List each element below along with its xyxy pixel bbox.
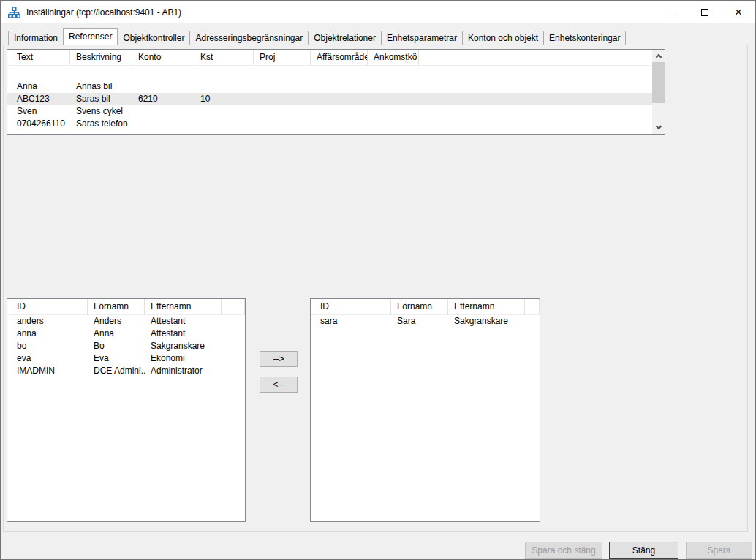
window-controls: × bbox=[654, 1, 755, 23]
available-recipients-list: ID Förnamn Efternamn anders Anders Attes… bbox=[7, 298, 246, 522]
org-chart-icon bbox=[8, 7, 20, 18]
scrollbar-thumb[interactable] bbox=[652, 62, 665, 103]
table-row[interactable]: Sven Svens cykel bbox=[7, 105, 652, 118]
window-title: Inställningar (tcp://localhost:9401 - AB… bbox=[26, 7, 181, 18]
cell-konto bbox=[132, 118, 194, 130]
scrollbar-up-button[interactable] bbox=[652, 50, 665, 62]
chevron-down-icon bbox=[655, 124, 661, 129]
table-row[interactable]: Anna Annas bil bbox=[7, 80, 652, 93]
column-header-id[interactable]: ID bbox=[311, 299, 391, 314]
list-item[interactable]: sara Sara Sakgranskare bbox=[311, 315, 540, 328]
cell-proj bbox=[254, 80, 311, 93]
cell-kst: 10 bbox=[194, 93, 254, 105]
maximize-icon bbox=[701, 9, 708, 16]
save-button[interactable]: Spara bbox=[686, 542, 752, 559]
tab-enhetsparametrar[interactable]: Enhetsparametrar bbox=[381, 31, 463, 45]
column-header-ankomstko[interactable]: Ankomstkö bbox=[368, 50, 419, 65]
table-row[interactable]: 0704266110 Saras telefon bbox=[7, 118, 652, 130]
cell-ankomstko bbox=[368, 80, 419, 93]
list-item[interactable]: anna Anna Attestant bbox=[7, 328, 245, 340]
cell-id: anna bbox=[7, 328, 88, 340]
list-item[interactable]: IMADMIN DCE Admini... Administrator bbox=[7, 365, 245, 377]
table-row-selected[interactable]: ABC123 Saras bil 6210 10 bbox=[7, 93, 652, 105]
maximize-button[interactable] bbox=[688, 1, 722, 23]
column-header-efternamn[interactable]: Efternamn bbox=[448, 299, 525, 314]
close-icon: × bbox=[735, 6, 742, 18]
tab-konton-och-objekt[interactable]: Konton och objekt bbox=[462, 31, 544, 45]
cell-konto bbox=[132, 80, 194, 93]
selected-list-header: ID Förnamn Efternamn bbox=[311, 299, 540, 315]
table-spacer bbox=[7, 66, 665, 80]
list-item[interactable]: eva Eva Ekonomi bbox=[7, 352, 245, 365]
move-left-button[interactable]: <-- bbox=[260, 377, 298, 393]
cell-efternamn: Ekonomi bbox=[145, 352, 222, 365]
cell-affarsomrade bbox=[311, 93, 368, 105]
save-and-close-button[interactable]: Spara och stäng bbox=[525, 542, 602, 559]
selected-recipients-list: ID Förnamn Efternamn sara Sara Sakgransk… bbox=[310, 298, 540, 522]
column-header-kst[interactable]: Kst bbox=[194, 50, 254, 65]
column-header-konto[interactable]: Konto bbox=[132, 50, 194, 65]
cell-proj bbox=[254, 105, 311, 118]
cell-fornamn: Anders bbox=[88, 315, 145, 328]
column-header-affarsomrade[interactable]: Affärsområde bbox=[311, 50, 368, 65]
cell-efternamn: Administrator bbox=[145, 365, 222, 377]
cell-kst bbox=[194, 80, 254, 93]
column-header-filler bbox=[222, 299, 245, 314]
cell-affarsomrade bbox=[311, 118, 368, 130]
tab-adresseringsbegransningar[interactable]: Adresseringsbegränsningar bbox=[189, 31, 309, 45]
cell-ankomstko bbox=[368, 105, 419, 118]
tab-referenser[interactable]: Referenser bbox=[63, 28, 118, 45]
close-window-button[interactable]: Stäng bbox=[609, 542, 678, 559]
column-header-beskrivning[interactable]: Beskrivning bbox=[70, 50, 132, 65]
cell-text: ABC123 bbox=[7, 93, 70, 105]
cell-efternamn: Attestant bbox=[145, 328, 222, 340]
minimize-button[interactable] bbox=[654, 1, 688, 23]
cell-efternamn: Attestant bbox=[145, 315, 222, 328]
cell-proj bbox=[254, 118, 311, 130]
cell-proj bbox=[254, 93, 311, 105]
table-scrollbar[interactable] bbox=[652, 50, 665, 134]
cell-fornamn: Eva bbox=[88, 352, 145, 365]
cell-efternamn: Sakgranskare bbox=[145, 340, 222, 352]
cell-text: Sven bbox=[7, 105, 70, 118]
cell-id: anders bbox=[7, 315, 88, 328]
cell-efternamn: Sakgranskare bbox=[448, 315, 525, 328]
cell-beskrivning: Saras bil bbox=[70, 93, 132, 105]
column-header-proj[interactable]: Proj bbox=[254, 50, 311, 65]
column-header-efternamn[interactable]: Efternamn bbox=[145, 299, 222, 314]
list-item[interactable]: bo Bo Sakgranskare bbox=[7, 340, 245, 352]
close-button[interactable]: × bbox=[722, 1, 755, 23]
column-header-filler bbox=[419, 50, 665, 65]
titlebar: Inställningar (tcp://localhost:9401 - AB… bbox=[1, 1, 755, 23]
cell-text: Anna bbox=[7, 80, 70, 93]
column-header-text[interactable]: Text bbox=[7, 50, 70, 65]
column-header-fornamn[interactable]: Förnamn bbox=[88, 299, 145, 314]
list-item[interactable]: anders Anders Attestant bbox=[7, 315, 245, 328]
column-header-fornamn[interactable]: Förnamn bbox=[391, 299, 448, 314]
cell-id: sara bbox=[311, 315, 391, 328]
tab-objektrelationer[interactable]: Objektrelationer bbox=[308, 31, 382, 45]
settings-window: Inställningar (tcp://localhost:9401 - AB… bbox=[0, 0, 756, 560]
cell-konto: 6210 bbox=[132, 93, 194, 105]
cell-konto bbox=[132, 105, 194, 118]
tab-bar: Information Referenser Objektkontroller … bbox=[8, 28, 626, 45]
tab-enhetskonteringar[interactable]: Enhetskonteringar bbox=[543, 31, 626, 45]
cell-ankomstko bbox=[368, 118, 419, 130]
cell-id: IMADMIN bbox=[7, 365, 88, 377]
tab-information[interactable]: Information bbox=[8, 31, 64, 45]
move-right-button[interactable]: --> bbox=[260, 351, 298, 367]
tab-objektkontroller[interactable]: Objektkontroller bbox=[117, 31, 190, 45]
cell-affarsomrade bbox=[311, 80, 368, 93]
cell-kst bbox=[194, 105, 254, 118]
scrollbar-down-button[interactable] bbox=[652, 121, 665, 134]
cell-fornamn: Anna bbox=[88, 328, 145, 340]
references-table-header: Text Beskrivning Konto Kst Proj Affärsom… bbox=[7, 50, 665, 66]
column-header-filler bbox=[525, 299, 540, 314]
cell-beskrivning: Saras telefon bbox=[70, 118, 132, 130]
cell-beskrivning: Svens cykel bbox=[70, 105, 132, 118]
cell-id: bo bbox=[7, 340, 88, 352]
available-list-header: ID Förnamn Efternamn bbox=[7, 299, 245, 315]
cell-fornamn: Sara bbox=[391, 315, 448, 328]
minimize-icon bbox=[668, 12, 676, 12]
column-header-id[interactable]: ID bbox=[7, 299, 88, 314]
